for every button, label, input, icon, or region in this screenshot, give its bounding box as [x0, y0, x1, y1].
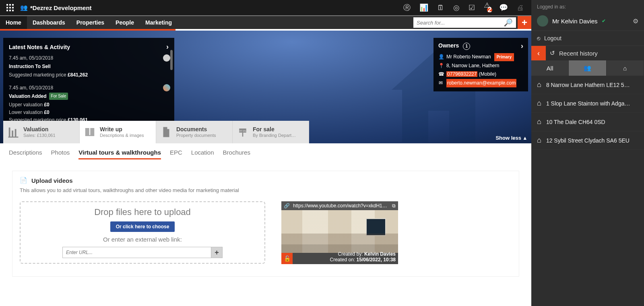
alerts-icon[interactable]: ⚠2 — [484, 1, 490, 15]
video-card[interactable]: 🔗 https://www.youtube.com/watch?v=xkdH1x… — [281, 201, 398, 264]
org-icon: 👥 — [20, 4, 28, 11]
apps-grid-icon[interactable] — [3, 1, 17, 14]
current-user[interactable]: Mr Kelvin Davies ✔ ⚙ — [531, 14, 644, 31]
owner-phone[interactable]: 07796932227 — [446, 71, 477, 77]
subtab-virtual-tours[interactable]: Virtual tours & walkthroughs — [78, 149, 161, 159]
writeup-subtabs: Descriptions Photos Virtual tours & walk… — [0, 143, 531, 165]
nav-dashboards[interactable]: Dashboards — [27, 16, 71, 29]
owners-panel: Owners 1 › 👤Mr Roberto Newman Primary 📍8… — [433, 38, 528, 91]
history-item[interactable]: ⌂1 Slop Lane Stainton with Adga… — [531, 94, 644, 113]
subtab-brochures[interactable]: Brochures — [223, 149, 250, 159]
svg-rect-8 — [12, 10, 14, 11]
search-icon[interactable]: 🔍 — [504, 18, 513, 27]
book-icon — [84, 126, 96, 138]
dropzone[interactable]: Drop files here to upload Or click here … — [20, 201, 265, 264]
primary-badge: Primary — [494, 53, 514, 61]
subtab-epc[interactable]: EPC — [170, 149, 182, 159]
unlock-icon[interactable]: 🔓 — [281, 253, 293, 264]
history-item[interactable]: ⌂8 Narrow Lane Hathern LE12 5… — [531, 76, 644, 94]
tab-documents[interactable]: DocumentsProperty documents — [156, 121, 233, 143]
svg-rect-4 — [9, 7, 11, 8]
owner-email[interactable]: roberto.newman@example.com — [446, 79, 516, 88]
history-icon: ↺ — [550, 50, 555, 57]
add-url-button[interactable]: + — [211, 247, 223, 258]
valuation-icon — [7, 126, 19, 138]
house-icon: ⌂ — [537, 99, 541, 108]
search-input[interactable] — [417, 20, 504, 26]
person-icon: 👤 — [438, 53, 443, 62]
tasks-icon[interactable]: ☑ — [469, 3, 475, 12]
alert-badge: 2 — [487, 7, 492, 12]
sale-sign-icon: FOR SALE — [237, 126, 249, 138]
house-icon: ⌂ — [623, 65, 627, 72]
document-icon — [160, 126, 172, 138]
back-button[interactable]: ‹ — [531, 46, 546, 60]
target-icon[interactable]: ◎ — [453, 3, 460, 12]
global-search[interactable]: 🔍 — [413, 17, 516, 28]
add-button[interactable]: + — [518, 16, 531, 29]
note-item[interactable]: 7.45 am, 05/10/2018 Instruction To Sell … — [9, 54, 169, 79]
video-thumbnail — [281, 210, 398, 253]
filter-property[interactable]: ⌂ — [607, 60, 644, 76]
link-icon: 🔗 — [284, 203, 290, 209]
copy-icon[interactable]: ⧉ — [392, 203, 396, 209]
main-nav: Home Dashboards Properties People Market… — [0, 15, 531, 29]
print-icon[interactable]: 🖨 — [517, 4, 524, 12]
video-url: https://www.youtube.com/watch?v=xkdH1x2… — [293, 203, 389, 209]
choose-file-button[interactable]: Or click here to choose — [110, 221, 175, 232]
house-icon: ⌂ — [537, 136, 541, 145]
tab-writeup[interactable]: Write upDescriptions & images — [80, 121, 156, 143]
note-item[interactable]: 7.45 am, 05/10/2018 Valuation Added For … — [9, 84, 169, 124]
app-title: 👥 *Dezrez Development — [20, 4, 92, 11]
upload-icon: 📄 — [20, 177, 27, 184]
chat-icon[interactable]: 💬 — [499, 3, 508, 12]
chart-icon[interactable]: 📊 — [419, 3, 428, 12]
phone-icon: ☎ — [438, 70, 443, 79]
owners-count: 1 — [463, 43, 470, 50]
history-item[interactable]: ⌂12 Sybil Street Clydach SA6 5EU — [531, 131, 644, 150]
svg-rect-5 — [12, 7, 14, 8]
show-less-toggle[interactable]: Show less ▴ — [495, 135, 526, 141]
calendar-icon[interactable]: 🗓 — [437, 4, 444, 12]
note-avatar — [163, 84, 170, 91]
dropzone-title: Drop files here to upload — [94, 207, 191, 217]
tab-valuation[interactable]: ValuationSales: £130,061 — [3, 121, 80, 143]
notes-expand-icon[interactable]: › — [166, 43, 169, 51]
user-avatar — [537, 15, 548, 27]
chevron-up-icon: ▴ — [524, 135, 526, 141]
notes-scrollbar[interactable] — [170, 50, 173, 70]
logout-icon: ⎋ — [537, 35, 540, 41]
svg-rect-0 — [6, 4, 8, 6]
filter-people[interactable]: 👥 — [569, 60, 606, 76]
user-name: Mr Kelvin Davies — [552, 18, 598, 25]
svg-rect-6 — [6, 10, 8, 11]
tab-forsale[interactable]: FOR SALE For saleBy Branding Depart… — [233, 121, 309, 143]
svg-rect-2 — [12, 4, 14, 6]
owner-address: 8, Narrow Lane, Hathern — [446, 62, 499, 70]
subtab-descriptions[interactable]: Descriptions — [9, 149, 42, 159]
svg-rect-10 — [242, 132, 244, 136]
people-icon: 👥 — [584, 64, 591, 72]
email-icon: ✉ — [438, 79, 443, 88]
logged-in-label: Logged in as: — [531, 0, 644, 14]
nav-home[interactable]: Home — [0, 16, 27, 29]
pin-icon: 📍 — [438, 62, 443, 70]
note-avatar — [163, 54, 170, 62]
gear-icon[interactable]: ⚙ — [633, 17, 638, 25]
nav-properties[interactable]: Properties — [71, 16, 110, 29]
svg-rect-7 — [9, 10, 11, 11]
filter-all[interactable]: All — [531, 60, 569, 76]
svg-rect-3 — [6, 7, 8, 8]
logout-button[interactable]: ⎋ Logout — [531, 31, 644, 46]
external-url-input[interactable] — [62, 247, 211, 258]
subtab-photos[interactable]: Photos — [51, 149, 70, 159]
nav-people[interactable]: People — [110, 16, 140, 29]
subtab-location[interactable]: Location — [191, 149, 214, 159]
owners-expand-icon[interactable]: › — [521, 42, 523, 50]
video-meta: Created by: Kelvin Davies Created on: 15… — [330, 251, 396, 263]
nav-marketing[interactable]: Marketing — [140, 16, 178, 29]
history-filters: All 👥 ⌂ — [531, 60, 644, 76]
hero: Latest Notes & Activity › 7.45 am, 05/10… — [0, 31, 531, 143]
history-item[interactable]: ⌂10 The Dale CH64 0SD — [531, 113, 644, 131]
reports-icon[interactable]: Ⓡ — [403, 3, 411, 12]
